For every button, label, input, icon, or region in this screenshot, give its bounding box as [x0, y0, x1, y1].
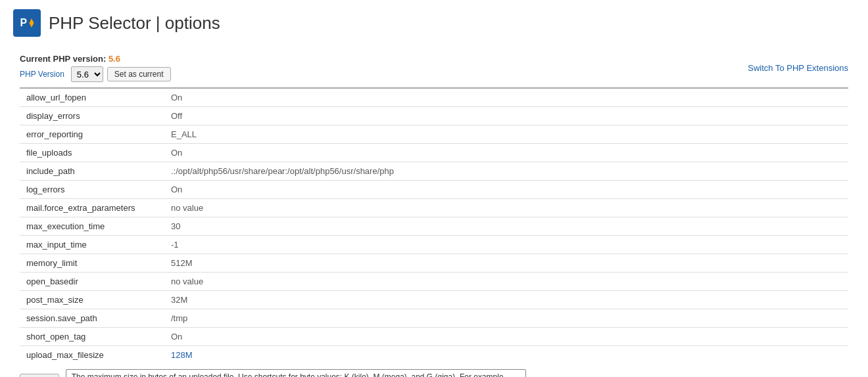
table-row: file_uploadsOn	[20, 144, 848, 162]
option-name: log_errors	[20, 181, 164, 199]
option-value: no value	[164, 199, 848, 217]
svg-text:P: P	[20, 17, 28, 28]
set-current-button[interactable]: Set as current	[107, 67, 171, 81]
page-title: PHP Selector | options	[49, 13, 220, 33]
php-version-row: PHP Version 5.67.07.17.27.37.4 Set as cu…	[20, 66, 171, 82]
option-name: open_basedir	[20, 273, 164, 291]
option-value: -1	[164, 236, 848, 254]
table-row: post_max_size32M	[20, 291, 848, 309]
table-row: open_basedirno value	[20, 273, 848, 291]
option-value: 512M	[164, 254, 848, 273]
option-value: no value	[164, 273, 848, 291]
table-row: error_reportingE_ALL	[20, 125, 848, 144]
table-row: memory_limit512M	[20, 254, 848, 273]
option-name: max_execution_time	[20, 217, 164, 236]
option-name: upload_max_filesize	[20, 346, 164, 365]
option-name: memory_limit	[20, 254, 164, 273]
current-version-label: Current PHP version:	[20, 54, 106, 64]
table-row: include_path.:/opt/alt/php56/usr/share/p…	[20, 162, 848, 181]
option-name: session.save_path	[20, 309, 164, 328]
save-button[interactable]: Save	[20, 374, 59, 378]
version-info-section: Current PHP version: 5.6 PHP Version 5.6…	[20, 54, 171, 82]
option-value: Off	[164, 107, 848, 125]
current-version-value: 5.6	[108, 54, 120, 64]
option-value: /tmp	[164, 309, 848, 328]
main-content: Current PHP version: 5.6 PHP Version 5.6…	[0, 43, 868, 377]
option-name: file_uploads	[20, 144, 164, 162]
table-row: mail.force_extra_parametersno value	[20, 199, 848, 217]
option-name: mail.force_extra_parameters	[20, 199, 164, 217]
option-value-link[interactable]: 128M	[171, 350, 193, 360]
save-row: Save The maximum size in bytes of an upl…	[20, 369, 848, 377]
option-name: error_reporting	[20, 125, 164, 144]
php-version-label: PHP Version	[20, 70, 64, 79]
option-name: allow_url_fopen	[20, 88, 164, 107]
option-value: On	[164, 181, 848, 199]
option-value: .:/opt/alt/php56/usr/share/pear:/opt/alt…	[164, 162, 848, 181]
table-row: upload_max_filesize128M	[20, 346, 848, 365]
option-value: On	[164, 88, 848, 107]
option-name: short_open_tag	[20, 328, 164, 346]
option-name: max_input_time	[20, 236, 164, 254]
option-name: post_max_size	[20, 291, 164, 309]
table-row: max_input_time-1	[20, 236, 848, 254]
option-value: On	[164, 144, 848, 162]
option-value: E_ALL	[164, 125, 848, 144]
table-row: session.save_path/tmp	[20, 309, 848, 328]
table-row: max_execution_time30	[20, 217, 848, 236]
page-header: P PHP Selector | options	[0, 0, 868, 43]
option-name: include_path	[20, 162, 164, 181]
option-value: On	[164, 328, 848, 346]
current-version-line: Current PHP version: 5.6	[20, 54, 171, 64]
php-selector-icon: P	[13, 9, 41, 37]
option-value: 32M	[164, 291, 848, 309]
switch-to-extensions-link[interactable]: Switch To PHP Extensions	[748, 63, 848, 73]
table-row: allow_url_fopenOn	[20, 88, 848, 107]
option-value: 30	[164, 217, 848, 236]
option-name: display_errors	[20, 107, 164, 125]
version-select[interactable]: 5.67.07.17.27.37.4	[71, 66, 103, 82]
options-table: allow_url_fopenOndisplay_errorsOfferror_…	[20, 87, 848, 364]
tooltip-box: The maximum size in bytes of an uploaded…	[66, 369, 526, 377]
option-value[interactable]: 128M	[164, 346, 848, 365]
table-row: display_errorsOff	[20, 107, 848, 125]
table-row: short_open_tagOn	[20, 328, 848, 346]
version-bar: Current PHP version: 5.6 PHP Version 5.6…	[20, 54, 848, 82]
table-row: log_errorsOn	[20, 181, 848, 199]
